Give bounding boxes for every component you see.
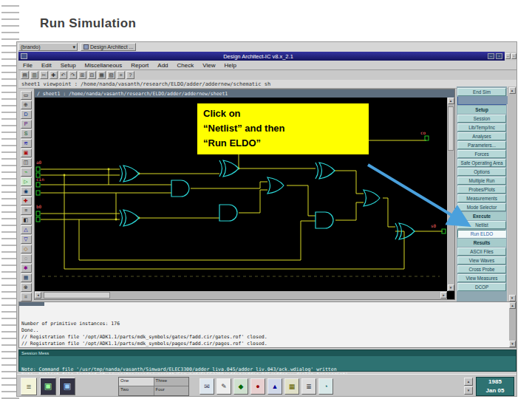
sim-palette-item[interactable]: View Waves — [457, 256, 506, 265]
schematic-vertical-scrollbar[interactable]: ▴ ▾ — [447, 98, 454, 291]
palette-tool-icon[interactable]: ▽ — [21, 235, 32, 244]
desktop-app-icon[interactable]: ▣ — [59, 378, 75, 395]
desktop-app-icon[interactable]: ✎ — [216, 378, 231, 395]
palette-tool-icon[interactable]: ⊕ — [21, 100, 32, 109]
sim-palette-item[interactable]: Options — [457, 168, 506, 176]
toolbar-icon[interactable]: ▧ — [107, 71, 115, 79]
sim-palette-item[interactable]: Session — [457, 115, 506, 123]
scroll-up-icon[interactable]: ▴ — [448, 98, 454, 104]
sim-palette-item[interactable]: Run ELDO — [457, 230, 506, 238]
palette-tool-icon[interactable]: ⌁ — [21, 168, 32, 177]
scroll-right-icon[interactable]: ▸ — [440, 292, 447, 299]
frame-maximize-button[interactable]: ▫ — [511, 53, 516, 59]
sim-palette-item[interactable]: Forces — [457, 150, 506, 158]
palette-tool-icon[interactable]: ◇ — [21, 245, 32, 253]
palette-tool-icon[interactable]: ▭ — [21, 91, 32, 100]
workspace-pager-cell[interactable]: Two — [119, 386, 154, 395]
palette-tool-icon[interactable]: D — [21, 110, 32, 119]
desktop-app-icon[interactable]: ▲ — [267, 378, 282, 395]
log-window-grip[interactable] — [19, 302, 44, 306]
menu-item[interactable]: Add — [153, 62, 172, 69]
maximize-button[interactable]: ▫ — [496, 53, 502, 59]
palette-tool-icon[interactable]: ✱ — [21, 264, 32, 273]
palette-tool-icon[interactable]: ⌗ — [21, 293, 32, 301]
desktop-app-icon[interactable]: ◔ — [318, 378, 333, 395]
menu-item[interactable]: Help — [219, 62, 240, 69]
minimize-button[interactable]: – — [488, 53, 494, 59]
toolbar-icon[interactable]: ? — [126, 71, 134, 79]
schematic-horizontal-scrollbar[interactable]: ◂ ▸ — [35, 291, 447, 299]
toolbar-icon[interactable]: ✂ — [40, 71, 48, 79]
palette-tool-icon[interactable]: ◌ — [21, 254, 32, 263]
palette-tool-icon[interactable]: △ — [21, 225, 32, 234]
scroll-down-icon[interactable]: ▾ — [509, 341, 516, 347]
sim-palette-item[interactable]: ASCII Files — [457, 248, 506, 256]
window-list-button[interactable]: Design Architect ... — [81, 43, 136, 51]
workspace-pager-cell[interactable]: Three — [154, 378, 189, 386]
sim-palette-item[interactable]: Cross Probe — [457, 265, 506, 273]
scroll-up-icon[interactable]: ▴ — [509, 87, 516, 94]
palette-tool-icon[interactable]: ▣ — [21, 149, 32, 157]
scroll-left-icon[interactable]: ◂ — [35, 292, 41, 299]
sim-palette-item[interactable]: End Sim — [457, 88, 506, 96]
toolbar-icon[interactable]: ≡ — [117, 71, 125, 79]
sim-palette-item[interactable]: View Measures — [457, 274, 506, 282]
palette-tool-icon[interactable]: P — [21, 120, 32, 129]
palette-tool-icon[interactable]: ≡ — [21, 206, 32, 215]
menu-item[interactable]: Report — [126, 62, 153, 69]
sim-palette-item[interactable]: Mode Selector — [457, 203, 506, 211]
menu-item[interactable]: Setup — [56, 62, 81, 69]
palette-tool-icon[interactable]: S — [21, 129, 32, 138]
menu-item[interactable]: Edit — [37, 62, 56, 69]
sim-palette-item[interactable]: Netlist — [457, 221, 506, 229]
app-vertical-scrollbar[interactable]: ▴ ▾ — [508, 86, 516, 302]
toolbar-icon[interactable]: ⊟ — [88, 71, 96, 79]
toolbar-icon[interactable]: ↷ — [69, 71, 77, 79]
sim-palette-item[interactable]: Probes/Plots — [457, 185, 506, 194]
palette-tool-icon[interactable]: ▦ — [21, 273, 32, 282]
desktop-app-icon[interactable]: ▦ — [284, 378, 299, 395]
scroll-down-icon[interactable]: ▾ — [448, 284, 454, 291]
palette-tool-icon[interactable]: ⊗ — [21, 283, 32, 292]
panel-up-icon[interactable]: ▴ — [464, 378, 473, 386]
menu-item[interactable]: View — [198, 62, 219, 69]
palette-tool-icon[interactable]: ◧ — [21, 216, 32, 225]
menu-item[interactable]: File — [18, 62, 37, 69]
desktop-app-icon[interactable]: ▣ — [40, 378, 56, 395]
desktop-app-icon[interactable]: ≣ — [301, 378, 316, 395]
toolbar-icon[interactable]: ▥ — [30, 71, 38, 79]
workspace-pager-cell[interactable]: One — [119, 378, 154, 386]
sim-palette-item[interactable]: DCOP — [457, 283, 506, 291]
schematic-canvas[interactable]: a0 b0 cin s0 co Click on “Netlist” and t… — [35, 98, 447, 291]
log-vertical-scrollbar[interactable]: ▴ ▾ — [509, 302, 516, 347]
toolbar-icon[interactable]: ✚ — [50, 71, 58, 79]
palette-tool-icon[interactable]: ◉ — [21, 187, 32, 196]
menu-item[interactable]: Miscellaneous — [81, 62, 127, 69]
sim-palette-item[interactable]: Multiple Run — [457, 177, 506, 185]
palette-tool-icon[interactable]: ◫ — [21, 158, 32, 167]
palette-tool-icon[interactable]: ✚ — [21, 197, 32, 205]
scrollbar-thumb[interactable] — [448, 106, 454, 151]
scroll-up-icon[interactable]: ▴ — [509, 302, 516, 309]
frame-minimize-button[interactable]: – — [505, 53, 511, 59]
desktop-app-icon[interactable]: ◆ — [233, 378, 248, 395]
toolbar-icon[interactable]: ▦ — [98, 71, 106, 79]
sim-palette-item[interactable]: Lib/Temp/Inc — [457, 123, 506, 132]
desktop-app-icon[interactable]: ≡ — [21, 378, 37, 395]
toolbar-icon[interactable]: ⊞ — [78, 71, 86, 79]
workspace-pager-cell[interactable]: Four — [154, 386, 189, 395]
sim-palette-item[interactable]: Safe Operating Area — [457, 159, 506, 167]
panel-down-icon[interactable]: ▾ — [464, 386, 473, 395]
palette-tool-icon[interactable]: ▷ — [21, 177, 32, 186]
desktop-app-icon[interactable]: ✉ — [200, 378, 214, 395]
toolbar-icon[interactable]: ↶ — [59, 71, 67, 79]
window-menu-icon[interactable] — [21, 53, 27, 59]
scrollbar-thumb[interactable] — [44, 292, 110, 299]
sim-palette-item[interactable]: Parameters... — [457, 141, 506, 149]
toolbar-icon[interactable]: ▤ — [21, 71, 29, 79]
desktop-app-icon[interactable]: ● — [250, 378, 265, 395]
sim-palette-item[interactable]: Measurements — [457, 194, 506, 202]
menu-item[interactable]: Check — [173, 62, 199, 69]
scroll-down-icon[interactable]: ▾ — [509, 295, 516, 301]
workspace-selector[interactable]: (brando) ▾ — [18, 43, 78, 51]
